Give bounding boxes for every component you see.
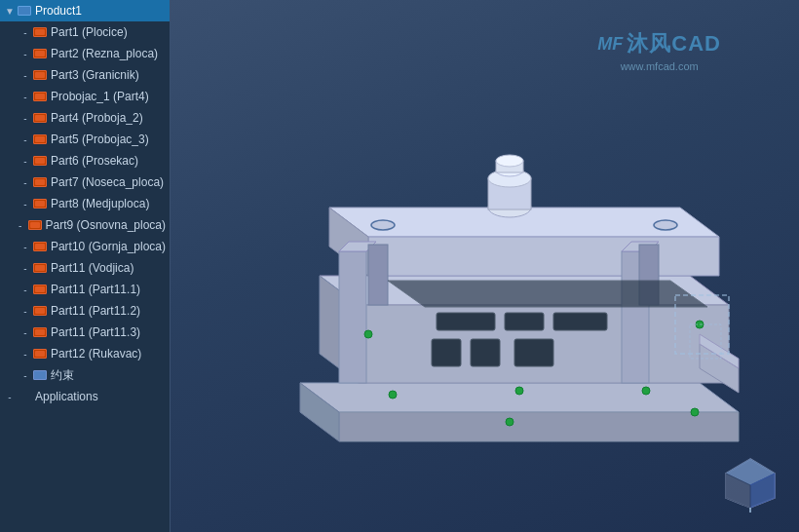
- svg-rect-25: [432, 339, 461, 366]
- svg-point-35: [506, 418, 514, 426]
- expand-icon-part6: -: [19, 133, 31, 145]
- part-icon-part9: [32, 197, 48, 210]
- tree-item-constraint[interactable]: - 约束: [0, 364, 170, 386]
- svg-rect-9: [339, 251, 366, 383]
- tree-item-part13[interactable]: - Part11 (Part11.1): [0, 279, 170, 300]
- svg-rect-27: [514, 339, 553, 366]
- part-icon-part15: [32, 325, 48, 339]
- part-icon-part4: [32, 90, 48, 103]
- tree-item-part7[interactable]: - Part6 (Prosekac): [0, 150, 170, 171]
- product-icon: [17, 4, 32, 18]
- svg-point-32: [389, 391, 397, 399]
- expand-icon-part9: -: [19, 198, 31, 209]
- tree-item-part2[interactable]: - Part2 (Rezna_ploca): [0, 43, 170, 64]
- tree-item-part4[interactable]: - Probojac_1 (Part4): [0, 86, 170, 107]
- svg-rect-22: [437, 313, 495, 330]
- svg-point-36: [691, 408, 699, 416]
- part-icon-part8: [32, 175, 48, 189]
- tree-item-label-part5: Part4 (Proboja_2): [51, 109, 143, 127]
- nav-cube[interactable]: [721, 454, 780, 513]
- expand-icon-constraint: -: [19, 369, 31, 381]
- tree-item-label-part10: Part9 (Osnovna_ploca): [46, 216, 166, 234]
- svg-point-34: [642, 387, 650, 395]
- tree-item-label-part12: Part11 (Vodjica): [51, 259, 133, 277]
- tree-item-part11[interactable]: - Part10 (Gornja_ploca): [0, 236, 170, 257]
- tree-item-label-part15: Part11 (Part11.3): [51, 323, 140, 341]
- expand-icon-part16: -: [19, 348, 31, 360]
- part-icon-part3: [32, 68, 48, 82]
- part-tree[interactable]: ▼ Product1 - Part1 (Plocice) - Part2 (Re…: [0, 0, 171, 532]
- svg-marker-21: [388, 281, 707, 307]
- svg-point-20: [496, 155, 523, 167]
- expand-icon: ▼: [4, 5, 16, 17]
- tree-item-part1[interactable]: - Part1 (Plocice): [0, 21, 170, 43]
- expand-icon-apps: -: [4, 391, 16, 402]
- part-icon-part1: [32, 25, 48, 39]
- tree-item-label-part16: Part12 (Rukavac): [51, 345, 141, 362]
- part-icon-part13: [32, 283, 48, 296]
- tree-item-apps[interactable]: - Applications: [0, 386, 170, 407]
- tree-item-label-part8: Part7 (Noseca_ploca): [51, 173, 164, 191]
- svg-point-38: [364, 330, 372, 338]
- part-icon-part16: [32, 347, 48, 361]
- 3d-viewport[interactable]: MF 沐风CAD www.mfcad.com www.mfcad.com: [171, 0, 799, 532]
- app-icon-apps: [17, 390, 32, 403]
- svg-point-30: [371, 220, 395, 230]
- svg-rect-24: [553, 313, 607, 330]
- constraint-icon-constraint: [32, 368, 48, 382]
- part-icon-part14: [32, 304, 48, 318]
- tree-item-label-part4: Probojac_1 (Part4): [51, 88, 149, 105]
- tree-item-label-part13: Part11 (Part11.1): [51, 281, 140, 298]
- tree-item-part16[interactable]: - Part12 (Rukavac): [0, 343, 170, 364]
- tree-item-label-part3: Part3 (Granicnik): [51, 66, 139, 84]
- part-icon-part2: [32, 47, 48, 60]
- svg-rect-26: [471, 339, 500, 366]
- tree-item-label-apps: Applications: [35, 388, 98, 405]
- expand-icon-part12: -: [19, 262, 31, 274]
- tree-item-part6[interactable]: - Part5 (Probojac_3): [0, 129, 170, 150]
- part-icon-part11: [32, 240, 48, 253]
- tree-item-part12[interactable]: - Part11 (Vodjica): [0, 257, 170, 279]
- expand-icon-part8: -: [19, 176, 31, 188]
- tree-item-label-part2: Part2 (Rezna_ploca): [51, 45, 158, 62]
- tree-item-part14[interactable]: - Part11 (Part11.2): [0, 300, 170, 322]
- expand-icon-part2: -: [19, 48, 31, 59]
- expand-icon-part10: -: [15, 219, 26, 231]
- part-icon-part5: [32, 111, 48, 125]
- svg-marker-7: [368, 237, 719, 276]
- tree-item-label-part6: Part5 (Probojac_3): [51, 131, 149, 148]
- tree-item-part8[interactable]: - Part7 (Noseca_ploca): [0, 171, 170, 193]
- model-container: [219, 49, 780, 503]
- tree-item-part9[interactable]: - Part8 (Medjuploca): [0, 193, 170, 214]
- tree-item-part10[interactable]: - Part9 (Osnovna_ploca): [0, 214, 170, 236]
- expand-icon-part13: -: [19, 284, 31, 295]
- tree-item-part15[interactable]: - Part11 (Part11.3): [0, 322, 170, 343]
- tree-root[interactable]: ▼ Product1: [0, 0, 170, 21]
- tree-item-label-part9: Part8 (Medjuploca): [51, 195, 149, 212]
- svg-rect-23: [505, 313, 544, 330]
- expand-icon-part4: -: [19, 91, 31, 102]
- tree-item-part5[interactable]: - Part4 (Proboja_2): [0, 107, 170, 129]
- tree-item-label-part1: Part1 (Plocice): [51, 23, 128, 41]
- tree-item-label-part7: Part6 (Prosekac): [51, 152, 138, 170]
- tree-item-part3[interactable]: - Part3 (Granicnik): [0, 64, 170, 86]
- tree-item-label-part14: Part11 (Part11.2): [51, 302, 140, 320]
- expand-icon-part14: -: [19, 305, 31, 317]
- 3d-model-svg: [242, 81, 758, 471]
- expand-icon-part15: -: [19, 326, 31, 338]
- svg-point-31: [654, 220, 677, 230]
- svg-rect-13: [368, 245, 388, 305]
- svg-marker-1: [339, 412, 739, 441]
- nav-cube-svg: [721, 454, 780, 513]
- expand-icon-part1: -: [19, 26, 31, 38]
- tree-item-label-constraint: 约束: [51, 366, 74, 384]
- part-icon-part6: [32, 133, 48, 146]
- tree-items: - Part1 (Plocice) - Part2 (Rezna_ploca) …: [0, 21, 170, 407]
- svg-point-33: [515, 387, 523, 395]
- expand-icon-part5: -: [19, 112, 31, 124]
- tree-root-label: Product1: [35, 2, 82, 19]
- expand-icon-part3: -: [19, 69, 31, 81]
- expand-icon-part11: -: [19, 241, 31, 252]
- tree-item-label-part11: Part10 (Gornja_ploca): [51, 238, 166, 255]
- expand-icon-part7: -: [19, 155, 31, 167]
